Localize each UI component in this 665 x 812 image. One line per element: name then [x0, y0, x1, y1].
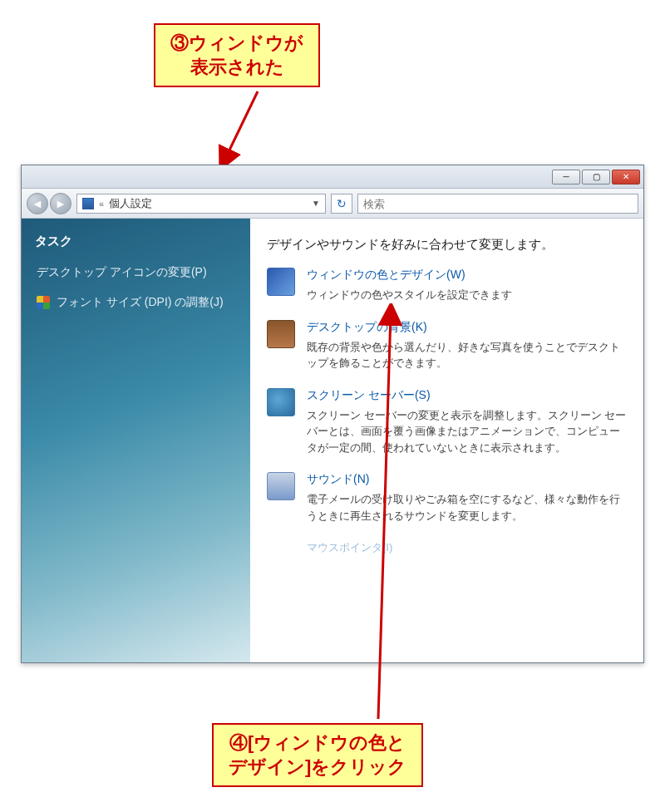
control-panel-icon: [82, 198, 94, 209]
titlebar: ─ ▢ ✕: [22, 165, 643, 189]
option-desc: 電子メールの受け取りやごみ箱を空にするなど、様々な動作を行うときに再生されるサウ…: [307, 491, 627, 524]
option-desc: 既存の背景や色から選んだり、好きな写真を使うことでデスクトップを飾ることができま…: [307, 339, 627, 372]
breadcrumb-location: 個人設定: [109, 196, 152, 211]
option-desc: スクリーン セーバーの変更と表示を調整します。スクリーン セーバーとは、画面を覆…: [307, 407, 627, 456]
option-screensaver: スクリーン セーバー(S) スクリーン セーバーの変更と表示を調整します。スクリ…: [267, 388, 627, 456]
option-link-screensaver[interactable]: スクリーン セーバー(S): [307, 388, 627, 403]
option-link-sound[interactable]: サウンド(N): [307, 472, 627, 487]
personalization-window: ─ ▢ ✕ ◄ ► « 個人設定 ▼ ↻ 検索 タスク デスクトップ アイコンの…: [21, 165, 644, 663]
forward-button[interactable]: ►: [50, 193, 71, 214]
close-button[interactable]: ✕: [612, 170, 640, 185]
option-desc: ウィンドウの色やスタイルを設定できます: [307, 287, 627, 303]
search-input[interactable]: 検索: [357, 194, 638, 214]
nav-buttons: ◄ ►: [27, 193, 71, 214]
option-window-color: ウィンドウの色とデザイン(W) ウィンドウの色やスタイルを設定できます: [267, 268, 627, 303]
window-color-icon: [267, 268, 295, 296]
option-link-mouse-pointer[interactable]: マウスポインタ(I): [307, 540, 627, 555]
shield-icon: [37, 296, 50, 309]
sidebar-link-desktop-icons[interactable]: デスクトップ アイコンの変更(P): [35, 261, 237, 291]
callout-text: ③ウィンドウが: [170, 32, 303, 56]
maximize-button[interactable]: ▢: [582, 170, 610, 185]
breadcrumb-separator: «: [99, 199, 104, 209]
minimize-button[interactable]: ─: [552, 170, 580, 185]
annotation-callout-1: ③ウィンドウが 表示された: [154, 23, 320, 87]
content-area: タスク デスクトップ アイコンの変更(P) フォント サイズ (DPI) の調整…: [22, 219, 643, 662]
svg-line-0: [224, 91, 258, 160]
callout-text: デザイン]をクリック: [229, 755, 406, 780]
option-sound: サウンド(N) 電子メールの受け取りやごみ箱を空にするなど、様々な動作を行うとき…: [267, 472, 627, 524]
sidebar-link-dpi[interactable]: フォント サイズ (DPI) の調整(J): [35, 291, 237, 321]
toolbar: ◄ ► « 個人設定 ▼ ↻ 検索: [22, 189, 643, 219]
sidebar-item-label: デスクトップ アイコンの変更(P): [37, 264, 207, 281]
callout-text: ④[ウィンドウの色と: [229, 731, 406, 755]
annotation-callout-2: ④[ウィンドウの色と デザイン]をクリック: [212, 723, 423, 787]
back-button[interactable]: ◄: [27, 193, 48, 214]
refresh-button[interactable]: ↻: [331, 194, 352, 214]
sidebar-item-label: フォント サイズ (DPI) の調整(J): [57, 294, 224, 311]
breadcrumb-dropdown-icon[interactable]: ▼: [312, 199, 320, 208]
option-link-desktop-background[interactable]: デスクトップの背景(K): [307, 320, 627, 335]
desktop-background-icon: [267, 320, 295, 348]
option-desktop-background: デスクトップの背景(K) 既存の背景や色から選んだり、好きな写真を使うことでデス…: [267, 320, 627, 372]
sidebar-title: タスク: [35, 234, 237, 249]
sidebar: タスク デスクトップ アイコンの変更(P) フォント サイズ (DPI) の調整…: [22, 219, 250, 662]
main-panel: デザインやサウンドを好みに合わせて変更します。 ウィンドウの色とデザイン(W) …: [250, 219, 643, 662]
callout-text: 表示された: [170, 56, 303, 80]
annotation-arrow: [216, 87, 274, 170]
sound-icon: [267, 472, 295, 500]
breadcrumb[interactable]: « 個人設定 ▼: [76, 194, 326, 214]
option-link-window-color[interactable]: ウィンドウの色とデザイン(W): [307, 268, 627, 283]
main-heading: デザインやサウンドを好みに合わせて変更します。: [267, 237, 627, 253]
screensaver-icon: [267, 388, 295, 416]
